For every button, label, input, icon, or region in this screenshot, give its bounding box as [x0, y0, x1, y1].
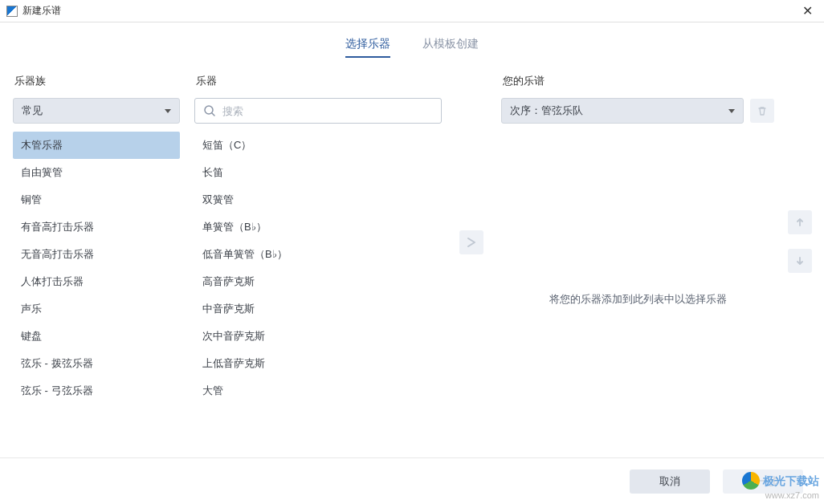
instrument-item[interactable]: 上低音萨克斯 — [194, 350, 442, 377]
caret-down-icon — [165, 109, 171, 113]
column-add — [456, 74, 487, 459]
search-input[interactable] — [222, 105, 433, 117]
column-reorder — [789, 74, 811, 459]
score-row: 次序：管弦乐队 — [501, 98, 774, 124]
search-wrap — [194, 98, 442, 124]
content: 乐器族 常见 木管乐器 自由簧管 铜管 有音高打击乐器 无音高打击乐器 人体打击… — [0, 66, 824, 459]
score-header: 您的乐谱 — [501, 74, 774, 88]
family-item-keyboards[interactable]: 键盘 — [13, 323, 180, 350]
instrument-item[interactable]: 大管 — [194, 377, 442, 404]
tab-from-template[interactable]: 从模板创建 — [422, 37, 479, 58]
family-dropdown-label: 常见 — [22, 104, 43, 118]
score-order-label: 次序：管弦乐队 — [510, 104, 583, 118]
family-item-unpitched-perc[interactable]: 无音高打击乐器 — [13, 241, 180, 268]
footer: 取消 下一步 — [0, 457, 824, 504]
instrument-list: 短笛（C） 长笛 双簧管 单簧管（B♭） 低音单簧管（B♭） 高音萨克斯 中音萨… — [194, 132, 442, 404]
delete-button[interactable] — [750, 99, 774, 123]
column-score: 您的乐谱 次序：管弦乐队 将您的乐器添加到此列表中以选择乐器 — [501, 74, 774, 459]
app-icon — [6, 6, 18, 17]
instrument-item[interactable]: 双簧管 — [194, 186, 442, 213]
instrument-item[interactable]: 次中音萨克斯 — [194, 323, 442, 350]
family-list: 木管乐器 自由簧管 铜管 有音高打击乐器 无音高打击乐器 人体打击乐器 声乐 键… — [13, 132, 180, 404]
family-dropdown[interactable]: 常见 — [13, 98, 180, 124]
tabs: 选择乐器 从模板创建 — [0, 22, 824, 66]
instrument-item[interactable]: 长笛 — [194, 159, 442, 186]
family-item-pitched-perc[interactable]: 有音高打击乐器 — [13, 213, 180, 241]
instrument-item[interactable]: 高音萨克斯 — [194, 268, 442, 295]
tab-select-instruments[interactable]: 选择乐器 — [345, 37, 390, 58]
score-order-dropdown[interactable]: 次序：管弦乐队 — [501, 98, 744, 124]
family-header: 乐器族 — [13, 74, 180, 88]
search-icon — [203, 104, 216, 117]
add-to-score-button[interactable] — [459, 230, 483, 254]
family-item-vocals[interactable]: 声乐 — [13, 295, 180, 323]
instrument-item[interactable]: 短笛（C） — [194, 132, 442, 159]
svg-line-1 — [212, 113, 214, 116]
cancel-button[interactable]: 取消 — [630, 469, 710, 494]
score-empty-hint: 将您的乐器添加到此列表中以选择乐器 — [501, 292, 774, 307]
instrument-item[interactable]: 低音单簧管（B♭） — [194, 241, 442, 268]
move-down-button[interactable] — [788, 249, 812, 273]
titlebar: 新建乐谱 ✕ — [0, 0, 824, 22]
column-instruments: 乐器 短笛（C） 长笛 双簧管 单簧管（B♭） 低音单簧管（B♭） 高音萨克斯 … — [194, 74, 442, 459]
window-title: 新建乐谱 — [22, 4, 61, 18]
family-item-free-reed[interactable]: 自由簧管 — [13, 159, 180, 186]
family-item-body-perc[interactable]: 人体打击乐器 — [13, 268, 180, 295]
family-item-plucked-strings[interactable]: 弦乐 - 拨弦乐器 — [13, 350, 180, 377]
family-item-brass[interactable]: 铜管 — [13, 186, 180, 213]
family-item-bowed-strings[interactable]: 弦乐 - 弓弦乐器 — [13, 377, 180, 404]
move-up-button[interactable] — [788, 210, 812, 234]
instrument-item[interactable]: 单簧管（B♭） — [194, 213, 442, 241]
caret-down-icon — [728, 109, 735, 113]
instruments-header: 乐器 — [194, 74, 442, 88]
next-button: 下一步 — [723, 469, 803, 494]
family-item-woodwinds[interactable]: 木管乐器 — [13, 132, 180, 159]
instrument-item[interactable]: 中音萨克斯 — [194, 295, 442, 323]
titlebar-left: 新建乐谱 — [6, 4, 61, 18]
close-icon[interactable]: ✕ — [797, 3, 818, 18]
column-family: 乐器族 常见 木管乐器 自由簧管 铜管 有音高打击乐器 无音高打击乐器 人体打击… — [13, 74, 180, 459]
